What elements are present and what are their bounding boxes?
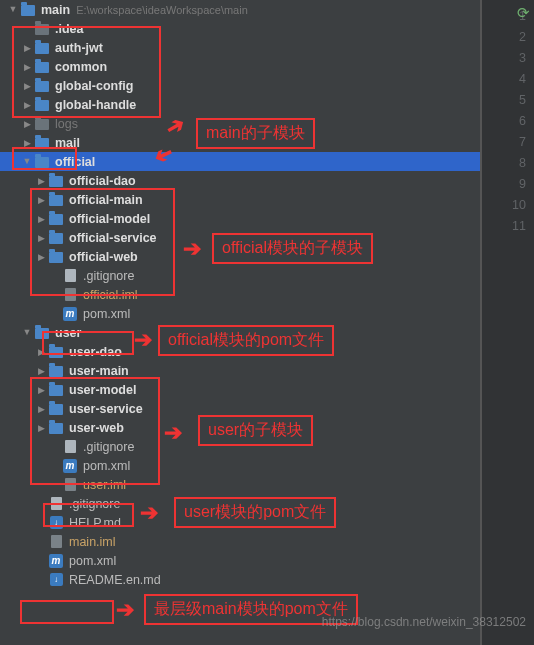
line-number: 6 (482, 111, 526, 132)
tree-item[interactable]: ▶official-main (0, 190, 480, 209)
item-icon (48, 249, 64, 265)
expand-icon[interactable]: ▶ (22, 100, 32, 110)
expand-icon[interactable]: ▼ (8, 4, 18, 14)
item-label: .gitignore (69, 497, 120, 511)
expand-icon[interactable]: ▼ (22, 156, 32, 166)
item-icon (34, 78, 50, 94)
item-icon (48, 496, 64, 512)
item-icon (62, 287, 78, 303)
item-icon (48, 420, 64, 436)
tree-item[interactable]: ▶user-model (0, 380, 480, 399)
tree-item[interactable]: ▶global-handle (0, 95, 480, 114)
item-label: HELP.md (69, 516, 121, 530)
item-icon (48, 382, 64, 398)
item-label: global-handle (55, 98, 136, 112)
line-number: 4 (482, 69, 526, 90)
item-icon (34, 135, 50, 151)
item-icon (62, 439, 78, 455)
item-label: user-web (69, 421, 124, 435)
project-tree[interactable]: ▼ main E:\workspace\ideaWorkspace\main .… (0, 0, 481, 645)
item-label: pom.xml (83, 307, 130, 321)
line-number: 5 (482, 90, 526, 111)
item-label: official-dao (69, 174, 136, 188)
expand-icon[interactable]: ▶ (36, 366, 46, 376)
item-label: .gitignore (83, 269, 134, 283)
line-number: 2 (482, 27, 526, 48)
item-icon: ↓ (48, 515, 64, 531)
item-label: .gitignore (83, 440, 134, 454)
item-icon (34, 40, 50, 56)
tree-item[interactable]: .idea (0, 19, 480, 38)
expand-icon[interactable]: ▶ (36, 195, 46, 205)
tree-item[interactable]: ▶global-config (0, 76, 480, 95)
tree-root[interactable]: ▼ main E:\workspace\ideaWorkspace\main (0, 0, 480, 19)
item-icon (48, 230, 64, 246)
expand-icon[interactable]: ▶ (22, 81, 32, 91)
expand-icon[interactable]: ▶ (36, 176, 46, 186)
line-number: 9 (482, 174, 526, 195)
item-label: pom.xml (83, 459, 130, 473)
item-label: main.iml (69, 535, 116, 549)
item-icon (48, 344, 64, 360)
watermark: https://blog.csdn.net/weixin_38312502 (322, 615, 526, 629)
annotation-label: main的子模块 (196, 118, 315, 149)
tree-item[interactable]: .gitignore (0, 266, 480, 285)
editor-gutter: 1234567891011 (481, 0, 534, 645)
line-number: 11 (482, 216, 526, 237)
item-icon: m (48, 553, 64, 569)
item-icon: m (62, 458, 78, 474)
expand-icon[interactable]: ▶ (36, 252, 46, 262)
expand-icon[interactable]: ▶ (36, 423, 46, 433)
expand-icon[interactable]: ▶ (36, 233, 46, 243)
line-number: 10 (482, 195, 526, 216)
item-label: official-service (69, 231, 157, 245)
item-label: user (55, 326, 81, 340)
expand-icon[interactable]: ▼ (22, 327, 32, 337)
expand-icon[interactable]: ▶ (22, 138, 32, 148)
item-label: official.iml (83, 288, 138, 302)
item-label: user-service (69, 402, 143, 416)
tree-item[interactable]: user.iml (0, 475, 480, 494)
expand-icon[interactable]: ▶ (36, 347, 46, 357)
tree-item[interactable]: ▶official-model (0, 209, 480, 228)
item-label: user-model (69, 383, 136, 397)
tree-item[interactable]: ▶official-dao (0, 171, 480, 190)
tree-item[interactable]: mpom.xml (0, 304, 480, 323)
expand-icon[interactable]: ▶ (22, 62, 32, 72)
item-label: user-dao (69, 345, 122, 359)
item-label: official-web (69, 250, 138, 264)
item-label: pom.xml (69, 554, 116, 568)
tree-item[interactable]: mpom.xml (0, 551, 480, 570)
item-icon (48, 173, 64, 189)
root-name: main (41, 3, 70, 17)
sync-icon[interactable]: ⟳ (517, 4, 530, 22)
annotation-label: official模块的pom文件 (158, 325, 334, 356)
tree-item[interactable]: ↓README.en.md (0, 570, 480, 589)
root-path: E:\workspace\ideaWorkspace\main (76, 4, 248, 16)
line-number: 3 (482, 48, 526, 69)
item-icon (34, 325, 50, 341)
item-label: official-main (69, 193, 143, 207)
expand-icon[interactable]: ▶ (36, 214, 46, 224)
line-number: 8 (482, 153, 526, 174)
tree-item[interactable]: ▶user-main (0, 361, 480, 380)
tree-item[interactable]: main.iml (0, 532, 480, 551)
tree-item[interactable]: mpom.xml (0, 456, 480, 475)
tree-item[interactable]: ▼official (0, 152, 480, 171)
item-icon (34, 59, 50, 75)
annotation-label: user模块的pom文件 (174, 497, 336, 528)
expand-icon[interactable]: ▶ (36, 404, 46, 414)
item-icon: ↓ (48, 572, 64, 588)
item-icon (48, 401, 64, 417)
module-icon (20, 2, 36, 18)
expand-icon[interactable]: ▶ (22, 43, 32, 53)
expand-icon[interactable]: ▶ (36, 385, 46, 395)
expand-icon[interactable]: ▶ (22, 119, 32, 129)
item-label: official-model (69, 212, 150, 226)
item-label: auth-jwt (55, 41, 103, 55)
tree-item[interactable]: official.iml (0, 285, 480, 304)
item-icon: m (62, 306, 78, 322)
tree-item[interactable]: ▶auth-jwt (0, 38, 480, 57)
item-icon (62, 268, 78, 284)
tree-item[interactable]: ▶common (0, 57, 480, 76)
